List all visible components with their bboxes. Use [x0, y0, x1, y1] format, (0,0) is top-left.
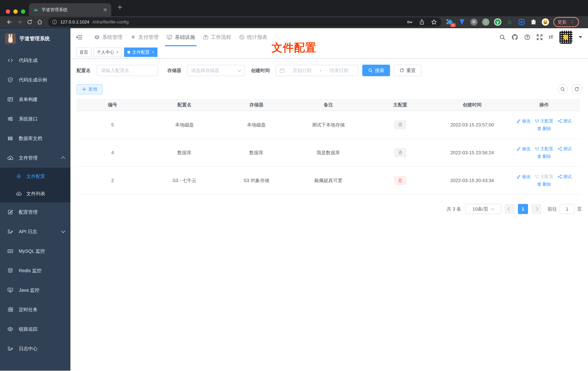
delete-link[interactable]: 删除 [537, 181, 551, 187]
add-button[interactable]: 新增 [77, 84, 103, 94]
help-icon[interactable] [524, 34, 530, 40]
cell-remark: 戴佩妮真可爱 [292, 167, 364, 194]
sidebar-item-log-center[interactable]: 日志中心 [0, 339, 70, 358]
delete-link[interactable]: 删除 [537, 126, 551, 131]
site-info-icon[interactable] [52, 20, 57, 25]
home-icon[interactable] [35, 19, 45, 25]
master-config-link[interactable]: 主配置 [535, 146, 553, 152]
password-key-icon[interactable] [407, 19, 413, 25]
forward-icon[interactable] [14, 19, 25, 25]
extension-y-icon[interactable]: y [494, 18, 501, 26]
edit-label: 修改 [522, 146, 531, 152]
test-link[interactable]: 测试 [558, 174, 572, 180]
bookmark-star-icon[interactable] [431, 19, 437, 25]
close-icon[interactable] [152, 50, 154, 54]
close-icon[interactable] [116, 50, 119, 54]
topnav-reports[interactable]: 统计报表 [239, 28, 267, 46]
sidebar-item-file-management[interactable]: 文件管理 [0, 148, 70, 168]
reset-button[interactable]: 重置 [394, 65, 421, 76]
reload-icon[interactable] [25, 19, 35, 25]
maximize-window-button[interactable] [21, 9, 25, 14]
topnav-label: 系统管理 [102, 34, 122, 41]
sidebar-item-file-list[interactable]: 文件列表 [0, 185, 70, 202]
browser-menu-icon[interactable] [570, 19, 575, 25]
minimize-window-button[interactable] [13, 9, 18, 14]
goto-page-input[interactable] [559, 204, 575, 214]
tab-file-config[interactable]: 文件配置 [124, 47, 158, 57]
back-icon[interactable] [4, 19, 14, 25]
favicon-plant-icon [33, 7, 38, 12]
edit-link[interactable]: 修改 [516, 118, 531, 124]
sidebar-item-tracing[interactable]: 链路追踪 [0, 319, 70, 339]
sidebar-collapse-icon[interactable] [76, 34, 83, 41]
close-window-button[interactable] [6, 9, 10, 14]
extension-eye-icon[interactable] [518, 18, 525, 26]
delete-link[interactable]: 删除 [537, 154, 551, 159]
table-search-toggle-button[interactable] [558, 84, 568, 94]
user-avatar[interactable] [559, 31, 572, 44]
master-config-link[interactable]: 主配置 [535, 118, 553, 124]
topnav-workflow[interactable]: 工作流程 [203, 28, 231, 46]
test-link[interactable]: 测试 [558, 146, 572, 152]
table-row: 4 数据库 数据库 我是数据库 否 2022-03-15 23:56:24 修改… [77, 139, 580, 167]
tab-close-icon[interactable] [103, 8, 107, 11]
active-dot-icon [127, 51, 130, 54]
tab-home[interactable]: 首页 [76, 47, 91, 57]
sidebar-item-file-config[interactable]: 文件配置 [0, 168, 70, 185]
prev-page-button[interactable] [504, 204, 515, 214]
sidebar-logo[interactable]: 芋道管理系统 [0, 28, 70, 48]
github-icon[interactable] [512, 34, 518, 41]
current-page-button[interactable]: 1 [518, 204, 528, 214]
sidebar-item-mysql-monitor[interactable]: MySQL 监控 [0, 241, 70, 261]
browser-update-button[interactable]: 更新 [553, 17, 579, 27]
create-time-label: 创建时间 [251, 67, 270, 74]
topnav-label: 基础设施 [175, 34, 195, 41]
cell-name: 本地磁盘 [148, 111, 220, 139]
sidebar-item-java-monitor[interactable]: Java 监控 [0, 280, 70, 300]
storage-select[interactable]: 请选择存储器 [187, 65, 245, 76]
date-range-picker[interactable]: 开始日期 - 结束日期 [276, 65, 358, 76]
code-icon [7, 57, 13, 63]
fullscreen-icon[interactable] [536, 34, 543, 40]
sidebar-item-system-api[interactable]: 系统接口 [0, 109, 70, 129]
sidebar-item-config-management[interactable]: 配置管理 [0, 202, 70, 222]
sidebar-item-scheduled-tasks[interactable]: 定时任务 [0, 300, 70, 319]
avatar-dropdown-icon[interactable] [579, 36, 582, 38]
timer-icon [7, 307, 13, 312]
sidebar-item-db-doc[interactable]: 数据库文档 [0, 129, 70, 148]
tab-profile[interactable]: 个人中心 [94, 47, 122, 57]
col-name: 配置名 [148, 99, 220, 111]
search-icon[interactable] [499, 34, 505, 40]
font-size-icon[interactable] [549, 34, 553, 40]
sidebar-item-api-log[interactable]: API 日志 [0, 222, 70, 241]
topnav-system[interactable]: 系统管理 [94, 28, 122, 46]
extension-dot-icon[interactable] [482, 18, 489, 26]
extension-command-icon[interactable]: ⌘ [470, 18, 477, 26]
edit-link[interactable]: 修改 [516, 146, 531, 152]
col-storage: 存储器 [220, 99, 292, 111]
search-button[interactable]: 搜索 [362, 65, 390, 76]
config-name-input[interactable] [96, 65, 158, 76]
share-icon[interactable] [419, 19, 425, 25]
sidebar-item-form-builder[interactable]: 表单构建 [0, 90, 70, 109]
table-refresh-button[interactable] [572, 84, 582, 94]
extension-diamond-icon[interactable]: 11 [446, 18, 454, 26]
profile-avatar-icon[interactable] [542, 18, 549, 26]
sidebar-item-code-gen[interactable]: 代码生成 [0, 51, 70, 70]
new-tab-button[interactable] [117, 5, 122, 10]
extensions-puzzle-icon[interactable] [530, 18, 537, 26]
test-link[interactable]: 测试 [558, 118, 572, 124]
topnav-infrastructure[interactable]: 基础设施 [167, 28, 195, 46]
url-bar[interactable]: 127.0.0.1:1024/infra/file/file-config [48, 17, 441, 27]
next-page-button[interactable] [531, 204, 541, 214]
browser-tab[interactable]: 芋道管理系统 [29, 3, 111, 16]
extension-gem-icon[interactable] [458, 18, 466, 26]
page-size-select[interactable]: 10条/页 [465, 204, 501, 214]
gear-icon [94, 34, 100, 40]
extension-star-icon[interactable]: ☆ [506, 18, 513, 26]
edit-link[interactable]: 修改 [516, 174, 531, 180]
briefcase-icon [203, 34, 208, 40]
sidebar-item-redis-monitor[interactable]: Redis 监控 [0, 261, 70, 280]
sidebar-item-code-gen-demo[interactable]: 代码生成示例 [0, 70, 70, 90]
topnav-payment[interactable]: ￥ 支付管理 [130, 28, 158, 46]
